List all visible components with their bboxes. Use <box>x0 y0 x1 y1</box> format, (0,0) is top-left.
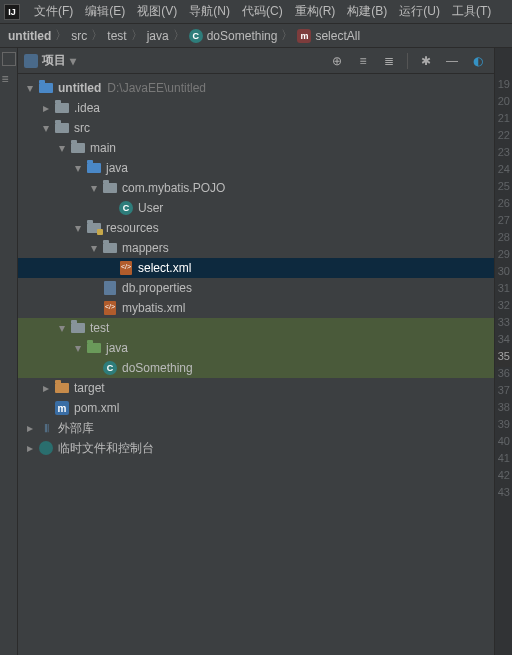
structure-tool-tab[interactable]: ≡ <box>2 72 16 86</box>
tree-item-resources[interactable]: ▾ resources <box>18 218 494 238</box>
tree-item-external-libs[interactable]: ▸ ⫴ 外部库 <box>18 418 494 438</box>
menu-code[interactable]: 代码(C) <box>236 3 289 20</box>
line-number: 19 <box>495 78 512 95</box>
tree-item-db-properties[interactable]: db.properties <box>18 278 494 298</box>
dropdown-icon[interactable]: ▾ <box>70 54 76 68</box>
chevron-down-icon[interactable]: ▾ <box>86 241 102 255</box>
source-folder-icon <box>86 160 102 176</box>
chevron-right-icon[interactable]: ▸ <box>38 101 54 115</box>
hide-button[interactable]: — <box>442 51 462 71</box>
line-number: 41 <box>495 452 512 469</box>
line-number: 28 <box>495 231 512 248</box>
chevron-right-icon[interactable]: ▸ <box>22 421 38 435</box>
project-tool-tab[interactable] <box>2 52 16 66</box>
menu-tools[interactable]: 工具(T) <box>446 3 497 20</box>
more-button[interactable]: ◐ <box>468 51 488 71</box>
chevron-right-icon[interactable]: ▸ <box>38 381 54 395</box>
crumb-src[interactable]: src <box>69 29 89 43</box>
tree-item-mappers[interactable]: ▾ mappers <box>18 238 494 258</box>
tree-item-mybatis-xml[interactable]: mybatis.xml <box>18 298 494 318</box>
line-number: 33 <box>495 316 512 333</box>
scratch-icon <box>38 440 54 456</box>
line-number-current: 35 <box>495 350 512 367</box>
chevron-down-icon[interactable]: ▾ <box>86 181 102 195</box>
chevron-icon: 〉 <box>173 27 185 44</box>
line-number: 23 <box>495 146 512 163</box>
chevron-down-icon[interactable]: ▾ <box>70 341 86 355</box>
line-number: 20 <box>495 95 512 112</box>
line-number: 26 <box>495 197 512 214</box>
line-number: 21 <box>495 112 512 129</box>
chevron-icon: 〉 <box>91 27 103 44</box>
tree-item-test[interactable]: ▾ test <box>18 318 494 338</box>
line-number: 43 <box>495 486 512 503</box>
folder-icon <box>70 140 86 156</box>
menu-edit[interactable]: 编辑(E) <box>79 3 131 20</box>
tree-item-scratches[interactable]: ▸ 临时文件和控制台 <box>18 438 494 458</box>
line-number: 32 <box>495 299 512 316</box>
tree-item-package[interactable]: ▾ com.mybatis.POJO <box>18 178 494 198</box>
line-number: 25 <box>495 180 512 197</box>
tree-item-target[interactable]: ▸ target <box>18 378 494 398</box>
crumb-root[interactable]: untitled <box>6 29 53 43</box>
line-number: 34 <box>495 333 512 350</box>
package-icon <box>102 180 118 196</box>
menu-file[interactable]: 文件(F) <box>28 3 79 20</box>
locate-button[interactable]: ⊕ <box>327 51 347 71</box>
chevron-down-icon[interactable]: ▾ <box>70 221 86 235</box>
tree-label: mybatis.xml <box>122 301 185 315</box>
chevron-down-icon[interactable]: ▾ <box>38 121 54 135</box>
menu-view[interactable]: 视图(V) <box>131 3 183 20</box>
excluded-folder-icon <box>54 380 70 396</box>
chevron-right-icon[interactable]: ▸ <box>22 441 38 455</box>
chevron-down-icon[interactable]: ▾ <box>54 141 70 155</box>
menu-refactor[interactable]: 重构(R) <box>289 3 342 20</box>
tree-label: mappers <box>122 241 169 255</box>
menu-build[interactable]: 构建(B) <box>341 3 393 20</box>
chevron-down-icon[interactable]: ▾ <box>22 81 38 95</box>
method-icon: m <box>297 29 311 43</box>
tree-label: java <box>106 161 128 175</box>
collapse-all-button[interactable]: ≣ <box>379 51 399 71</box>
tree-label: doSomething <box>122 361 193 375</box>
tree-item-java-main[interactable]: ▾ java <box>18 158 494 178</box>
crumb-test[interactable]: test <box>105 29 128 43</box>
main-area: ≡ 项目 ▾ ⊕ ≡ ≣ ✱ — ◐ ▾ untitled D:\JavaEE\… <box>0 48 512 655</box>
tree-item-java-test[interactable]: ▾ java <box>18 338 494 358</box>
tree-item-dosomething[interactable]: C doSomething <box>18 358 494 378</box>
tree-label: src <box>74 121 90 135</box>
crumb-method-label: selectAll <box>315 29 360 43</box>
menu-run[interactable]: 运行(U) <box>393 3 446 20</box>
crumb-java[interactable]: java <box>145 29 171 43</box>
folder-icon <box>54 100 70 116</box>
project-panel-header: 项目 ▾ ⊕ ≡ ≣ ✱ — ◐ <box>18 48 494 74</box>
line-number: 36 <box>495 367 512 384</box>
menu-bar: IJ 文件(F) 编辑(E) 视图(V) 导航(N) 代码(C) 重构(R) 构… <box>0 0 512 24</box>
crumb-class[interactable]: C doSomething <box>187 29 280 43</box>
tree-item-pom[interactable]: m pom.xml <box>18 398 494 418</box>
maven-file-icon: m <box>54 400 70 416</box>
crumb-method[interactable]: m selectAll <box>295 29 362 43</box>
panel-title[interactable]: 项目 ▾ <box>24 52 76 69</box>
chevron-down-icon[interactable]: ▾ <box>70 161 86 175</box>
settings-button[interactable]: ✱ <box>416 51 436 71</box>
editor-gutter: 19 20 21 22 23 24 25 26 27 28 29 30 31 3… <box>494 48 512 655</box>
tree-item-user-class[interactable]: C User <box>18 198 494 218</box>
tree-item-src[interactable]: ▾ src <box>18 118 494 138</box>
chevron-down-icon[interactable]: ▾ <box>54 321 70 335</box>
tree-root[interactable]: ▾ untitled D:\JavaEE\untitled <box>18 78 494 98</box>
project-tree[interactable]: ▾ untitled D:\JavaEE\untitled ▸ .idea ▾ … <box>18 74 494 655</box>
tree-item-idea[interactable]: ▸ .idea <box>18 98 494 118</box>
tree-label: pom.xml <box>74 401 119 415</box>
folder-icon <box>70 320 86 336</box>
tree-label: 临时文件和控制台 <box>58 440 154 457</box>
class-icon: C <box>118 200 134 216</box>
tree-item-main[interactable]: ▾ main <box>18 138 494 158</box>
tree-label: 外部库 <box>58 420 94 437</box>
expand-all-button[interactable]: ≡ <box>353 51 373 71</box>
tree-label: test <box>90 321 109 335</box>
tree-label: select.xml <box>138 261 191 275</box>
tree-item-select-xml[interactable]: select.xml <box>18 258 494 278</box>
project-tool-window: 项目 ▾ ⊕ ≡ ≣ ✱ — ◐ ▾ untitled D:\JavaEE\un… <box>18 48 494 655</box>
menu-navigate[interactable]: 导航(N) <box>183 3 236 20</box>
